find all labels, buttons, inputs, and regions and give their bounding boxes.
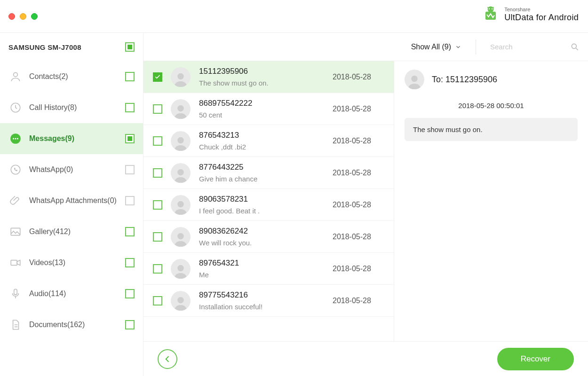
sidebar-item-label: Videos(13)	[29, 258, 65, 267]
message-checkbox[interactable]	[153, 200, 162, 210]
device-name: SAMSUNG SM-J7008	[8, 43, 81, 51]
list-toolbar: Show All (9)	[143, 33, 588, 61]
message-preview: Chuck ,ddt .bi2	[199, 143, 321, 151]
message-number: 89083626242	[199, 227, 324, 236]
message-checkbox[interactable]	[153, 136, 162, 146]
sidebar-item-gallery[interactable]: Gallery(412)	[0, 216, 143, 247]
sidebar-checkbox[interactable]	[125, 134, 135, 143]
video-icon	[8, 256, 23, 270]
avatar	[171, 259, 191, 279]
sidebar-item-documents[interactable]: Documents(162)	[0, 309, 143, 340]
sidebar-item-label: Documents(162)	[29, 321, 85, 329]
avatar	[171, 227, 191, 247]
avatar	[171, 99, 191, 119]
message-number: 89063578231	[199, 195, 324, 204]
message-date: 2018-05-28	[333, 137, 384, 145]
message-preview: 50 cent	[199, 111, 321, 119]
message-row[interactable]: 8776443225Give him a chance2018-05-28	[143, 157, 394, 189]
sidebar-item-whatsapp[interactable]: WhatsApp(0)	[0, 154, 143, 185]
message-date: 2018-05-28	[333, 169, 384, 177]
message-preview: Give him a chance	[199, 175, 321, 183]
search-input[interactable]	[490, 43, 556, 51]
search-icon	[570, 42, 580, 52]
message-checkbox[interactable]	[153, 72, 162, 82]
message-date: 2018-05-28	[333, 265, 384, 273]
sidebar-item-label: Audio(114)	[29, 290, 66, 298]
maximize-icon[interactable]	[31, 13, 38, 20]
recover-button[interactable]: Recover	[497, 348, 574, 370]
doc-icon	[8, 318, 23, 332]
sidebar-item-messages[interactable]: Messages(9)	[0, 123, 143, 154]
message-number: 15112395906	[199, 67, 324, 76]
search-box[interactable]	[490, 42, 580, 52]
paperclip-icon	[8, 194, 23, 208]
titlebar: Tenorshare UltData for Android	[0, 0, 588, 33]
message-preview: Me	[199, 271, 321, 279]
minimize-icon[interactable]	[20, 13, 26, 20]
message-list[interactable]: 15112395906The show must go on.2018-05-2…	[143, 61, 394, 341]
sidebar-checkbox[interactable]	[125, 72, 135, 81]
message-row[interactable]: 86897554222250 cent2018-05-28	[143, 93, 394, 125]
message-number: 89775543216	[199, 290, 324, 300]
sidebar-checkbox[interactable]	[125, 165, 135, 174]
select-all-checkbox[interactable]	[125, 42, 135, 52]
message-checkbox[interactable]	[153, 104, 162, 114]
sidebar-checkbox[interactable]	[125, 227, 135, 236]
sidebar-item-label: WhatsApp(0)	[29, 165, 73, 174]
sidebar-item-callhist[interactable]: Call History(8)	[0, 92, 143, 123]
avatar	[171, 195, 191, 215]
image-icon	[8, 225, 23, 239]
sidebar-checkbox[interactable]	[125, 289, 135, 298]
close-icon[interactable]	[8, 13, 15, 20]
separator	[476, 39, 476, 55]
detail-date: 2018-05-28 00:50:01	[405, 102, 578, 110]
detail-to: To: 15112395906	[432, 75, 497, 85]
message-preview: We will rock you.	[199, 239, 321, 247]
avatar	[171, 291, 191, 311]
message-date: 2018-05-28	[333, 105, 384, 113]
sidebar-item-label: Call History(8)	[29, 103, 77, 112]
back-button[interactable]	[158, 349, 177, 369]
message-preview: I feel good. Beat it .	[199, 207, 321, 215]
message-number: 8776443225	[199, 163, 324, 172]
sidebar-item-videos[interactable]: Videos(13)	[0, 247, 143, 278]
message-row[interactable]: 89775543216Installation succeful!2018-05…	[143, 285, 394, 317]
message-row[interactable]: 876543213Chuck ,ddt .bi22018-05-28	[143, 125, 394, 157]
sidebar-item-contacts[interactable]: Contacts(2)	[0, 61, 143, 92]
message-row[interactable]: 897654321Me2018-05-28	[143, 253, 394, 285]
filter-dropdown[interactable]: Show All (9)	[411, 43, 461, 51]
message-row[interactable]: 89063578231I feel good. Beat it .2018-05…	[143, 189, 394, 221]
message-preview: The show must go on.	[199, 79, 321, 87]
avatar	[405, 70, 424, 89]
message-row[interactable]: 15112395906The show must go on.2018-05-2…	[143, 61, 394, 93]
whatsapp-icon	[8, 163, 23, 177]
sidebar-checkbox[interactable]	[125, 258, 135, 267]
sidebar-checkbox[interactable]	[125, 320, 135, 329]
mic-icon	[8, 287, 23, 301]
android-logo-icon	[482, 6, 500, 24]
sidebar-item-label: WhatsApp Attachments(0)	[29, 196, 117, 205]
brand-subtitle: Tenorshare	[504, 7, 579, 13]
message-checkbox[interactable]	[153, 232, 162, 242]
brand-title: UltData for Android	[504, 13, 579, 23]
footer: Recover	[143, 341, 588, 376]
message-number: 897654321	[199, 258, 324, 268]
message-checkbox[interactable]	[153, 168, 162, 178]
filter-label: Show All (9)	[411, 43, 451, 51]
sidebar-checkbox[interactable]	[125, 196, 135, 205]
sidebar-item-waattach[interactable]: WhatsApp Attachments(0)	[0, 185, 143, 216]
message-number: 868975542222	[199, 99, 324, 108]
sidebar-item-audio[interactable]: Audio(114)	[0, 278, 143, 309]
messages-icon	[8, 132, 23, 146]
sidebar-item-label: Contacts(2)	[29, 72, 68, 81]
sidebar-checkbox[interactable]	[125, 103, 135, 112]
contacts-icon	[8, 70, 23, 84]
window-controls	[8, 13, 38, 20]
chevron-down-icon	[455, 44, 461, 50]
message-checkbox[interactable]	[153, 296, 162, 306]
brand-text: Tenorshare UltData for Android	[504, 7, 579, 22]
message-checkbox[interactable]	[153, 264, 162, 274]
message-row[interactable]: 89083626242We will rock you.2018-05-28	[143, 221, 394, 253]
brand: Tenorshare UltData for Android	[482, 6, 579, 24]
message-bubble: The show must go on.	[405, 118, 578, 141]
